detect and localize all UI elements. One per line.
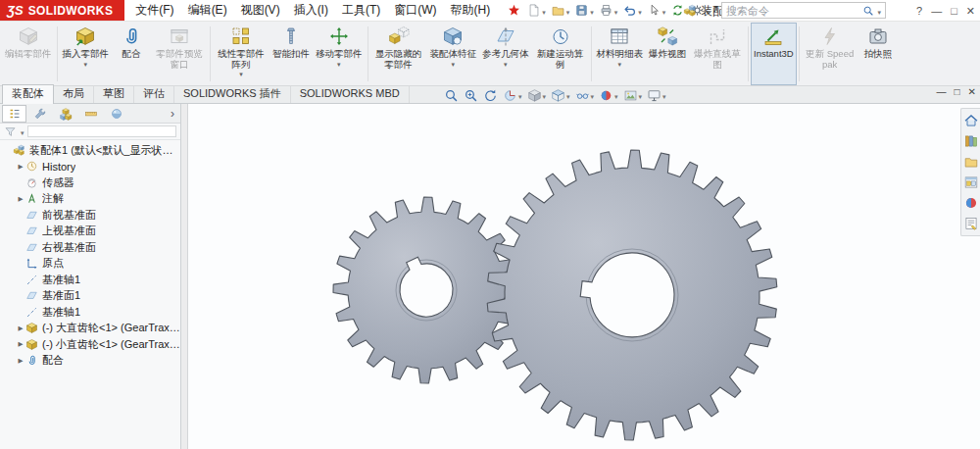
panel-tab-configurationmanager[interactable] <box>53 105 77 123</box>
view-palette-button[interactable] <box>963 175 979 190</box>
menu-item-2[interactable]: 视图(V) <box>234 0 287 21</box>
close-button[interactable]: ✕ <box>966 6 975 17</box>
smart-fasteners-button[interactable]: 智能扣件 <box>270 23 313 85</box>
update-speedpak-button: 更新 Speedpak <box>802 23 858 85</box>
tree-item-assembly-root[interactable]: 装配体1 (默认<默认_显示状态-1>) <box>0 142 180 159</box>
section-view-button[interactable] <box>502 88 523 103</box>
show-hidden-components-button[interactable]: 显示隐藏的零部件 <box>370 23 427 85</box>
view-orientation-button[interactable] <box>526 88 548 103</box>
expand-arrow-history[interactable]: ▶ <box>16 163 25 171</box>
expand-arrow-mates[interactable]: ▶ <box>16 357 25 365</box>
previous-view-button[interactable] <box>482 88 499 103</box>
select-cursor-button[interactable] <box>645 2 668 19</box>
panel-scrollbar[interactable] <box>181 104 188 449</box>
tree-item-right-plane[interactable]: 右视基准面 <box>0 239 180 256</box>
tree-item-front-plane[interactable]: 前视基准面 <box>0 207 180 224</box>
tab-layout[interactable]: 布局 <box>54 85 94 103</box>
panel-flyout-chevron[interactable]: › <box>167 107 178 121</box>
zoom-fit-button[interactable] <box>443 88 460 103</box>
tree-item-large-gear-component[interactable]: ▶(-) 大直齿轮<1> (GearTrax<<默认. <box>0 321 180 337</box>
tree-item-sensors[interactable]: 传感器 <box>0 175 180 191</box>
tree-item-datum-axis-2[interactable]: 基准轴1 <box>0 304 180 321</box>
dropdown-caret[interactable]: ▾ <box>504 61 508 69</box>
ribbon-button-label: 移动零部件 <box>316 49 363 60</box>
open-document-button[interactable] <box>549 2 572 19</box>
pin-button[interactable] <box>505 2 523 19</box>
menu-item-3[interactable]: 插入(I) <box>287 0 335 21</box>
reference-geometry-button[interactable]: 参考几何体▾ <box>479 23 532 85</box>
move-component-button[interactable]: 移动零部件▾ <box>313 23 366 85</box>
view-settings-button[interactable] <box>646 88 667 103</box>
save-button[interactable] <box>572 2 596 19</box>
zoom-area-button[interactable] <box>463 88 479 103</box>
filter-icon[interactable] <box>4 125 17 138</box>
panel-tab-featuremanager[interactable] <box>2 105 26 123</box>
new-document-button[interactable] <box>524 2 548 19</box>
tab-solidworks-addins[interactable]: SOLIDWORKS 插件 <box>174 85 291 103</box>
tree-item-label: 原点 <box>42 256 64 271</box>
tree-item-label: 右视基准面 <box>42 240 96 255</box>
display-style-button[interactable] <box>550 88 571 103</box>
dropdown-caret[interactable]: ▾ <box>239 71 243 78</box>
graphics-viewport[interactable] <box>188 104 980 449</box>
search-input[interactable] <box>726 5 860 17</box>
search-caret[interactable] <box>876 4 881 18</box>
expand-arrow-large-gear-component[interactable]: ▶ <box>16 324 25 332</box>
tab-sketch[interactable]: 草图 <box>94 85 134 103</box>
doc-restore-button[interactable]: □ <box>955 87 960 97</box>
dropdown-caret[interactable]: ▾ <box>617 61 621 69</box>
file-explorer-button[interactable] <box>963 154 979 170</box>
tab-assembly[interactable]: 装配体 <box>2 84 54 104</box>
tab-solidworks-mbd[interactable]: SOLIDWORKS MBD <box>291 85 410 103</box>
bill-of-materials-button[interactable]: 材料明细表▾ <box>594 23 647 85</box>
tree-item-origin[interactable]: 原点 <box>0 256 180 273</box>
dropdown-caret[interactable]: ▾ <box>451 61 455 69</box>
tree-item-annotations[interactable]: ▶注解 <box>0 191 180 208</box>
tree-item-datum-plane-1[interactable]: 基准面1 <box>0 288 180 305</box>
print-button[interactable] <box>597 2 620 19</box>
search-icon[interactable] <box>862 5 874 17</box>
filter-caret[interactable] <box>20 125 24 138</box>
menu-item-0[interactable]: 文件(F) <box>128 0 180 21</box>
dropdown-caret[interactable]: ▾ <box>337 61 341 69</box>
tree-item-datum-axis-1[interactable]: 基准轴1 <box>0 272 180 288</box>
home-button[interactable] <box>963 113 979 128</box>
new-motion-study-button[interactable]: 新建运动算例 <box>532 23 589 85</box>
menu-item-5[interactable]: 窗口(W) <box>387 0 443 21</box>
expand-arrow-small-gear-component[interactable]: ▶ <box>16 340 25 348</box>
linear-component-pattern-button[interactable]: 线性零部件阵列▾ <box>213 23 270 85</box>
assembly-features-button[interactable]: 装配体特征▾ <box>427 23 480 85</box>
doc-minimize-button[interactable]: — <box>937 87 947 97</box>
hide-show-items-button[interactable] <box>574 88 596 103</box>
panel-tab-propertymanager[interactable] <box>27 105 52 123</box>
filter-input[interactable] <box>27 125 176 137</box>
apply-scene-button[interactable] <box>622 88 644 103</box>
exploded-view-button[interactable]: 爆炸视图 <box>646 23 689 85</box>
panel-tab-displaymanager[interactable] <box>104 105 128 123</box>
appearances-button[interactable] <box>963 195 979 211</box>
design-library-button[interactable] <box>963 133 979 149</box>
custom-properties-button[interactable] <box>963 216 979 231</box>
help-button[interactable]: ? <box>916 6 922 17</box>
maximize-button[interactable]: □ <box>951 6 957 17</box>
tree-item-top-plane[interactable]: 上视基准面 <box>0 224 180 240</box>
menu-item-6[interactable]: 帮助(H) <box>444 0 498 21</box>
mate-button[interactable]: 配合 <box>112 23 151 85</box>
instant3d-button[interactable]: Instant3D <box>751 23 797 85</box>
menu-item-1[interactable]: 编辑(E) <box>181 0 234 21</box>
menu-item-4[interactable]: 工具(T) <box>335 0 387 21</box>
take-snapshot-button[interactable]: 拍快照 <box>858 23 898 85</box>
panel-tab-dimxpertmanager[interactable] <box>78 105 103 123</box>
insert-components-button[interactable]: 插入零部件▾ <box>60 23 113 85</box>
doc-close-button[interactable]: ✕ <box>968 87 976 97</box>
minimize-button[interactable]: — <box>931 6 942 17</box>
tree-item-mates[interactable]: ▶配合 <box>0 353 180 370</box>
tree-item-small-gear-component[interactable]: ▶(-) 小直齿轮<1> (GearTrax<<默认. <box>0 336 180 353</box>
tree-item-label: 装配体1 (默认<默认_显示状态-1>) <box>29 143 180 158</box>
edit-appearance-button[interactable] <box>598 88 619 103</box>
tab-evaluate[interactable]: 评估 <box>134 85 174 103</box>
undo-button[interactable] <box>620 2 644 19</box>
dropdown-caret[interactable]: ▾ <box>83 61 87 69</box>
tree-item-history[interactable]: ▶History <box>0 159 180 175</box>
expand-arrow-annotations[interactable]: ▶ <box>16 195 25 203</box>
